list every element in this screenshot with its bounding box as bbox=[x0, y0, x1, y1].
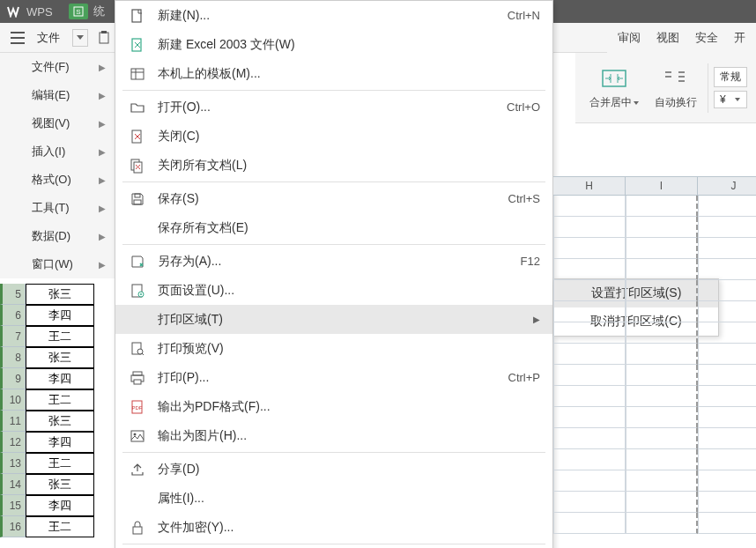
menu-insert[interactable]: 插入(I)▶ bbox=[0, 137, 115, 166]
doc-tab-label[interactable]: 统 bbox=[93, 4, 105, 19]
row-header[interactable]: 12 bbox=[0, 432, 26, 453]
cell[interactable] bbox=[698, 428, 756, 449]
menu-item[interactable]: 保存(S)Ctrl+S bbox=[115, 184, 552, 213]
cell[interactable] bbox=[553, 217, 626, 238]
cell[interactable] bbox=[626, 322, 698, 344]
currency-format-button[interactable]: ¥ bbox=[714, 91, 747, 108]
menu-item[interactable]: 新建 Excel 2003 文件(W) bbox=[115, 30, 552, 59]
cell[interactable] bbox=[553, 386, 626, 407]
cell[interactable] bbox=[553, 470, 626, 492]
menu-item[interactable]: 打印(P)...Ctrl+P bbox=[115, 363, 552, 392]
cell[interactable]: 张三 bbox=[26, 411, 94, 432]
cell[interactable]: 王二 bbox=[26, 516, 94, 537]
cell[interactable] bbox=[553, 428, 626, 449]
cell[interactable] bbox=[626, 470, 698, 492]
row-header[interactable]: 14 bbox=[0, 474, 26, 495]
cell[interactable] bbox=[553, 365, 626, 386]
menu-edit[interactable]: 编辑(E)▶ bbox=[0, 81, 115, 109]
cell[interactable] bbox=[626, 428, 698, 449]
menu-item[interactable]: 关闭所有文档(L) bbox=[115, 151, 552, 180]
cell[interactable] bbox=[553, 280, 626, 301]
menu-item[interactable]: 文件加密(Y)... bbox=[115, 513, 552, 542]
tab-view[interactable]: 视图 bbox=[656, 30, 679, 46]
menu-item[interactable]: PDF输出为PDF格式(F)... bbox=[115, 392, 552, 421]
menu-view[interactable]: 视图(V)▶ bbox=[0, 109, 115, 137]
cell[interactable] bbox=[698, 301, 756, 322]
cell[interactable] bbox=[626, 513, 698, 534]
hamburger-icon[interactable] bbox=[7, 27, 28, 48]
cell[interactable] bbox=[553, 513, 626, 534]
cell[interactable] bbox=[553, 344, 626, 365]
menu-item[interactable]: 新建(N)...Ctrl+N bbox=[115, 1, 552, 30]
cell[interactable] bbox=[626, 365, 698, 386]
menu-format[interactable]: 格式(O)▶ bbox=[0, 166, 115, 194]
tab-security[interactable]: 安全 bbox=[695, 30, 718, 46]
cell[interactable] bbox=[626, 217, 698, 238]
cell[interactable] bbox=[553, 196, 626, 217]
cell[interactable]: 王二 bbox=[26, 389, 94, 411]
paste-icon[interactable] bbox=[93, 27, 115, 48]
menu-item[interactable]: 打印区域(T)▶ bbox=[115, 305, 552, 334]
menu-window[interactable]: 窗口(W)▶ bbox=[0, 250, 115, 278]
cell[interactable] bbox=[626, 238, 698, 259]
menu-item[interactable]: 保存所有文档(E) bbox=[115, 213, 552, 242]
col-header[interactable]: H bbox=[553, 177, 626, 195]
tab-dev[interactable]: 开 bbox=[734, 30, 745, 46]
cell[interactable]: 李四 bbox=[26, 368, 94, 389]
row-header[interactable]: 8 bbox=[0, 347, 26, 368]
row-header[interactable]: 6 bbox=[0, 305, 26, 326]
menu-item[interactable]: 本机上的模板(M)... bbox=[115, 59, 552, 88]
merge-center-button[interactable]: 合并居中 bbox=[584, 62, 644, 114]
file-menu-button[interactable]: 文件 bbox=[32, 28, 65, 48]
cell[interactable] bbox=[626, 196, 698, 217]
menu-item[interactable]: 关闭(C) bbox=[115, 122, 552, 151]
cell[interactable]: 李四 bbox=[26, 432, 94, 453]
cell[interactable]: 李四 bbox=[26, 495, 94, 516]
cell[interactable] bbox=[553, 449, 626, 470]
cell[interactable] bbox=[698, 470, 756, 492]
cell[interactable] bbox=[553, 238, 626, 259]
cell[interactable] bbox=[698, 238, 756, 259]
menu-data[interactable]: 数据(D)▶ bbox=[0, 222, 115, 250]
cell[interactable]: 王二 bbox=[26, 326, 94, 347]
cell[interactable] bbox=[698, 259, 756, 280]
cell[interactable] bbox=[698, 449, 756, 470]
row-header[interactable]: 15 bbox=[0, 495, 26, 516]
row-header[interactable]: 9 bbox=[0, 368, 26, 389]
row-header[interactable]: 11 bbox=[0, 411, 26, 432]
cell[interactable] bbox=[553, 301, 626, 322]
menu-item[interactable]: 分享(D) bbox=[115, 455, 552, 484]
menu-item[interactable]: 另存为(A)...F12 bbox=[115, 247, 552, 276]
number-format-select[interactable]: 常规 bbox=[714, 67, 747, 87]
col-header[interactable]: I bbox=[626, 177, 698, 195]
menu-file[interactable]: 文件(F)▶ bbox=[0, 53, 115, 81]
row-header[interactable]: 10 bbox=[0, 389, 26, 411]
doc-tab-icon[interactable]: S bbox=[69, 4, 88, 19]
cell[interactable] bbox=[626, 407, 698, 428]
menu-item[interactable]: 输出为图片(H)... bbox=[115, 421, 552, 450]
cell[interactable]: 张三 bbox=[26, 284, 94, 305]
cell[interactable] bbox=[626, 449, 698, 470]
row-header[interactable]: 5 bbox=[0, 284, 26, 305]
row-header[interactable]: 13 bbox=[0, 453, 26, 474]
cell[interactable] bbox=[626, 386, 698, 407]
cell[interactable] bbox=[698, 344, 756, 365]
cell[interactable] bbox=[698, 407, 756, 428]
cell[interactable] bbox=[626, 259, 698, 280]
cell[interactable] bbox=[698, 365, 756, 386]
cell[interactable] bbox=[553, 407, 626, 428]
col-header[interactable]: J bbox=[698, 177, 756, 195]
cell[interactable] bbox=[553, 322, 626, 344]
row-header[interactable]: 7 bbox=[0, 326, 26, 347]
cell[interactable] bbox=[698, 196, 756, 217]
cell[interactable] bbox=[698, 217, 756, 238]
menu-item[interactable]: 打开(O)...Ctrl+O bbox=[115, 93, 552, 122]
cell[interactable]: 张三 bbox=[26, 474, 94, 495]
cell[interactable] bbox=[626, 280, 698, 301]
menu-item[interactable]: 页面设置(U)... bbox=[115, 276, 552, 305]
cell[interactable] bbox=[698, 492, 756, 513]
cell[interactable]: 张三 bbox=[26, 347, 94, 368]
cell[interactable] bbox=[626, 301, 698, 322]
cell[interactable]: 王二 bbox=[26, 453, 94, 474]
menu-item[interactable]: 属性(I)... bbox=[115, 484, 552, 513]
